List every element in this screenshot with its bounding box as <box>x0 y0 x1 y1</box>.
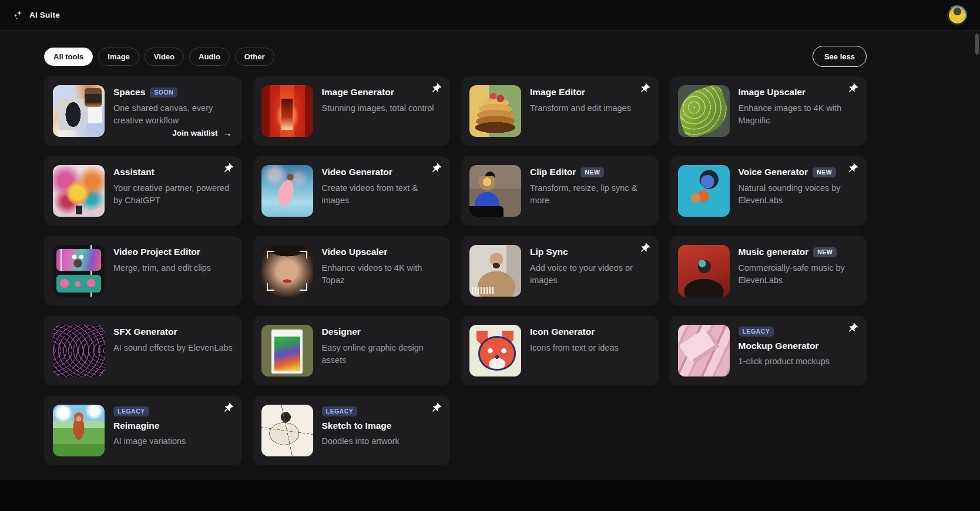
user-avatar[interactable] <box>947 5 967 25</box>
tool-title: Assistant <box>113 167 155 178</box>
tool-card[interactable]: Video Generator Create videos from text … <box>253 156 451 226</box>
filter-pill-video[interactable]: Video <box>145 48 184 66</box>
tool-thumbnail <box>53 325 105 376</box>
tool-description: Easy online graphic design assets <box>322 342 442 367</box>
tool-thumbnail <box>469 245 521 297</box>
tool-description: Transform, resize, lip sync & more <box>530 182 650 207</box>
tool-card[interactable]: Designer Easy online graphic design asse… <box>253 316 451 385</box>
tool-title: Video Upscaler <box>322 247 388 258</box>
tool-title: Music generator <box>739 247 809 258</box>
tool-card[interactable]: Video Project Editor Merge, trim, and ed… <box>44 236 242 305</box>
tool-card[interactable]: LEGACY Sketch to Image Doodles into artw… <box>253 396 451 465</box>
filter-pill-image[interactable]: Image <box>98 48 139 66</box>
scrollbar-thumb[interactable] <box>975 33 979 55</box>
page-title: AI Suite <box>29 11 60 19</box>
tool-badge: LEGACY <box>322 406 358 416</box>
tool-description: Add voice to your videos or images <box>530 262 650 287</box>
see-less-button[interactable]: See less <box>813 46 867 67</box>
tool-badge: LEGACY <box>113 406 149 416</box>
tool-thumbnail <box>469 85 521 137</box>
pin-icon[interactable] <box>221 402 234 415</box>
tool-title: SFX Generator <box>113 327 177 338</box>
tool-card[interactable]: SFX Generator AI sound effects by Eleven… <box>44 316 242 385</box>
tool-badge: SOON <box>150 88 177 98</box>
tool-thumbnail <box>469 165 521 217</box>
filter-pill-audio[interactable]: Audio <box>189 48 230 66</box>
tool-description: Icons from text or ideas <box>530 342 619 354</box>
pin-icon[interactable] <box>429 83 442 96</box>
tool-description: 1-click product mockups <box>739 355 830 368</box>
tool-thumbnail <box>678 165 730 217</box>
pin-icon[interactable] <box>846 163 859 176</box>
tool-card[interactable]: LEGACY Reimagine AI image variations <box>44 396 242 465</box>
tool-title: Spaces <box>113 87 145 98</box>
tool-title: Image Generator <box>322 87 394 98</box>
top-bar: AI Suite <box>0 0 980 31</box>
tool-title: Mockup Generator <box>739 341 819 352</box>
pin-icon[interactable] <box>429 163 442 176</box>
tool-description: Enhance videos to 4K with Topaz <box>322 262 442 287</box>
join-waitlist-link[interactable]: Join waitlist → <box>172 128 231 138</box>
tool-title: Image Editor <box>530 87 585 98</box>
filter-pill-other[interactable]: Other <box>235 48 274 66</box>
tool-title: Designer <box>322 327 361 338</box>
tool-card[interactable]: Clip Editor NEW Transform, resize, lip s… <box>461 156 659 226</box>
tool-description: Doodles into artwork <box>322 435 400 448</box>
pin-icon[interactable] <box>221 163 234 176</box>
pin-icon[interactable] <box>638 243 651 256</box>
join-waitlist-label: Join waitlist <box>172 129 217 137</box>
tool-description: Create videos from text & images <box>322 182 442 207</box>
tool-card[interactable]: Voice Generator NEW Natural sounding voi… <box>669 156 867 226</box>
tool-thumbnail <box>261 85 313 137</box>
filter-bar: All toolsImageVideoAudioOtherSee less <box>44 46 867 67</box>
tool-title: Video Generator <box>322 167 392 178</box>
tool-description: Commercially-safe music by ElevenLabs <box>739 262 858 287</box>
tool-thumbnail <box>678 245 730 297</box>
tool-description: Natural sounding voices by ElevenLabs <box>739 182 858 207</box>
tool-thumbnail <box>261 325 313 376</box>
pin-icon[interactable] <box>846 83 859 96</box>
tool-card[interactable]: Image Upscaler Enhance images to 4K with… <box>669 76 867 146</box>
tool-card[interactable]: Icon Generator Icons from text or ideas <box>461 316 659 385</box>
sparkles-icon <box>13 10 24 21</box>
tool-description: AI image variations <box>113 435 186 448</box>
tool-title: Reimagine <box>113 421 159 432</box>
tool-thumbnail <box>261 245 313 297</box>
tool-thumbnail <box>678 325 730 376</box>
tool-description: Merge, trim, and edit clips <box>113 262 211 274</box>
tool-card[interactable]: LEGACY Mockup Generator 1-click product … <box>669 316 867 385</box>
tool-badge: NEW <box>813 167 836 177</box>
tool-description: AI sound effects by ElevenLabs <box>113 342 233 354</box>
tool-description: Your creative partner, powered by ChatGP… <box>113 182 233 207</box>
tool-thumbnail <box>53 405 105 456</box>
tools-grid: Spaces SOON One shared canvas, every cre… <box>44 76 867 465</box>
tool-description: Enhance images to 4K with Magnific <box>739 102 858 127</box>
tool-card[interactable]: Image Generator Stunning images, total c… <box>253 76 451 146</box>
tool-card[interactable]: Spaces SOON One shared canvas, every cre… <box>44 76 242 146</box>
tool-title: Icon Generator <box>530 327 595 338</box>
tool-title: Sketch to Image <box>322 421 392 432</box>
tool-card[interactable]: Music generator NEW Commercially-safe mu… <box>669 236 867 305</box>
app-logo: AI Suite <box>13 10 60 21</box>
pin-icon[interactable] <box>638 83 651 96</box>
tool-card[interactable]: Image Editor Transform and edit images <box>461 76 659 146</box>
pin-icon[interactable] <box>846 322 859 335</box>
tool-title: Voice Generator <box>739 167 808 178</box>
tool-thumbnail <box>53 85 105 137</box>
tool-description: One shared canvas, every creative workfl… <box>113 102 233 127</box>
tool-title: Image Upscaler <box>739 87 806 98</box>
tool-badge: NEW <box>813 247 837 257</box>
tool-card[interactable]: Assistant Your creative partner, powered… <box>44 156 242 226</box>
tool-card[interactable]: Video Upscaler Enhance videos to 4K with… <box>253 236 451 305</box>
avatar-image <box>949 6 966 23</box>
tool-card[interactable]: Lip Sync Add voice to your videos or ima… <box>461 236 659 305</box>
footer-band <box>0 480 980 511</box>
filter-pill-all-tools[interactable]: All tools <box>44 48 93 66</box>
arrow-right-icon: → <box>223 128 232 138</box>
pin-icon[interactable] <box>429 402 442 415</box>
tool-badge: NEW <box>580 167 604 177</box>
tool-badge: LEGACY <box>739 327 774 337</box>
tool-description: Stunning images, total control <box>322 102 434 115</box>
tool-thumbnail <box>678 85 730 137</box>
tool-title: Lip Sync <box>530 247 568 258</box>
